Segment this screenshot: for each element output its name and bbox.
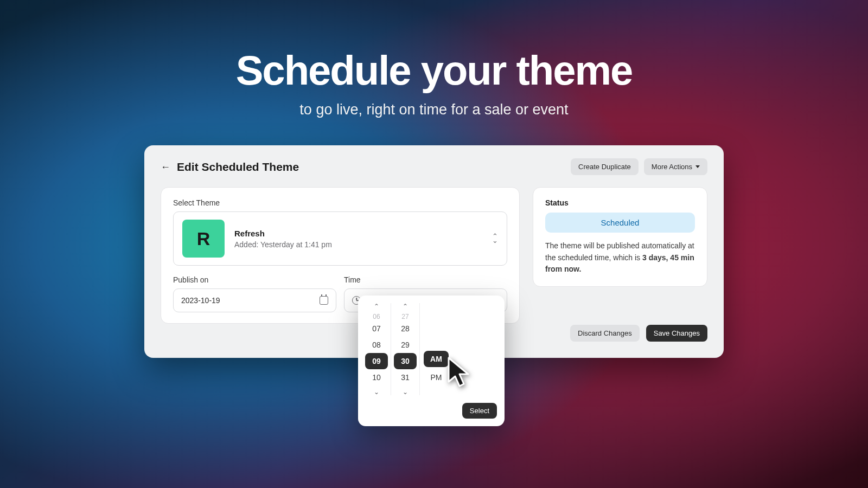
hour-down-button[interactable]: ⌄ xyxy=(362,386,391,399)
publish-date-input[interactable]: 2023-10-19 xyxy=(173,288,336,312)
minute-down-button[interactable]: ⌄ xyxy=(391,386,419,399)
select-theme-label: Select Theme xyxy=(173,198,507,207)
time-select-button[interactable]: Select xyxy=(462,403,497,419)
back-arrow-icon[interactable]: ← xyxy=(161,162,170,172)
calendar-icon xyxy=(320,296,328,305)
ampm-wheel[interactable]: AM PM xyxy=(420,300,452,399)
time-picker-popover: ⌃ 06 07 08 09 10 ⌄ ⌃ 27 28 29 30 31 ⌄ AM… xyxy=(358,296,505,426)
theme-selector[interactable]: R Refresh Added: Yesterday at 1:41 pm ⌃⌄ xyxy=(173,211,507,266)
more-actions-label: More Actions xyxy=(652,163,692,171)
publish-date-value: 2023-10-19 xyxy=(181,296,314,305)
hour-option-selected[interactable]: 09 xyxy=(365,353,388,369)
chevron-down-icon xyxy=(695,165,700,168)
hero-title: Schedule your theme xyxy=(0,47,868,94)
page-title: Edit Scheduled Theme xyxy=(177,160,299,174)
ampm-option-selected[interactable]: AM xyxy=(424,351,449,367)
minute-option[interactable]: 28 xyxy=(394,320,417,337)
save-changes-button[interactable]: Save Changes xyxy=(646,325,707,342)
hour-option[interactable]: 10 xyxy=(365,369,388,386)
more-actions-button[interactable]: More Actions xyxy=(644,158,707,175)
hour-wheel[interactable]: ⌃ 06 07 08 09 10 ⌄ xyxy=(362,300,391,399)
hour-option[interactable]: 07 xyxy=(365,320,388,337)
theme-added: Added: Yesterday at 1:41 pm xyxy=(234,240,332,249)
status-badge: Scheduled xyxy=(545,213,695,233)
hour-option[interactable]: 06 xyxy=(365,313,388,320)
publish-date-label: Publish on xyxy=(173,275,336,284)
status-text: The theme will be published automaticall… xyxy=(545,240,695,275)
minute-option[interactable]: 27 xyxy=(394,313,417,320)
ampm-option[interactable]: PM xyxy=(424,369,449,386)
minute-option[interactable]: 31 xyxy=(394,369,417,386)
hero-subtitle: to go live, right on time for a sale or … xyxy=(0,101,868,118)
publish-time-label: Time xyxy=(344,275,507,284)
minute-option[interactable]: 29 xyxy=(394,337,417,353)
minute-wheel[interactable]: ⌃ 27 28 29 30 31 ⌄ xyxy=(391,300,419,399)
create-duplicate-button[interactable]: Create Duplicate xyxy=(571,158,639,175)
theme-thumbnail: R xyxy=(182,220,225,258)
theme-name: Refresh xyxy=(234,229,332,238)
discard-changes-button[interactable]: Discard Changes xyxy=(570,325,640,342)
minute-option-selected[interactable]: 30 xyxy=(394,353,417,369)
status-label: Status xyxy=(545,198,695,207)
select-chevrons-icon: ⌃⌄ xyxy=(492,234,498,243)
hour-option[interactable]: 08 xyxy=(365,337,388,353)
status-card: Status Scheduled The theme will be publi… xyxy=(533,187,707,287)
minute-up-button[interactable]: ⌃ xyxy=(391,300,419,313)
hour-up-button[interactable]: ⌃ xyxy=(362,300,391,313)
